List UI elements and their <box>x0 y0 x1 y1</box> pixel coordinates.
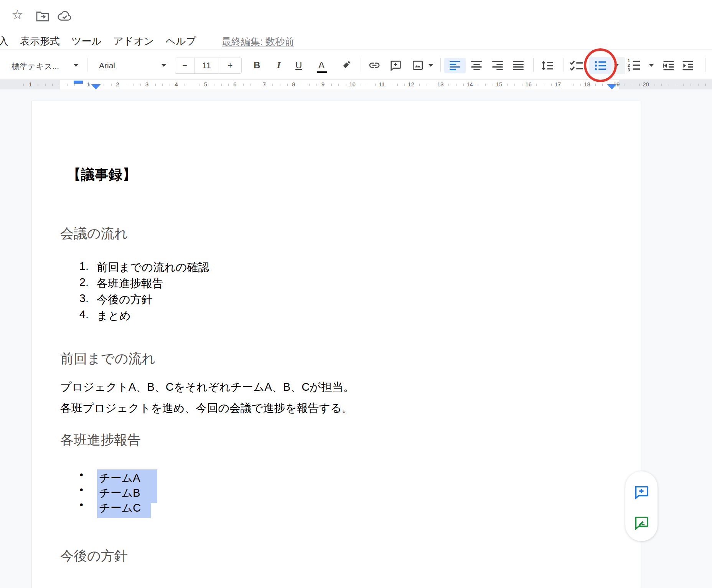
add-comment-floating-button[interactable] <box>633 484 650 500</box>
ruler-margin-number: 1 <box>29 81 32 88</box>
list-item-text: 前回までの流れの確認 <box>97 260 209 275</box>
ruler-number: 15 <box>496 81 503 88</box>
heading-progress-report: 各班進捗報告 <box>60 431 141 449</box>
separator <box>361 58 361 72</box>
last-edit-link[interactable]: 最終編集: 数秒前 <box>222 35 294 48</box>
ruler-number: 8 <box>292 81 295 88</box>
doc-title: 【議事録】 <box>67 165 136 184</box>
selected-text: チームC <box>97 499 151 518</box>
ruler-number: 20 <box>643 81 649 88</box>
ruler-number: 2 <box>116 81 119 88</box>
document-page[interactable]: 【議事録】 会議の流れ 1. 前回までの流れの確認 2. 各班進捗報告 <box>32 101 641 588</box>
separator <box>564 58 564 72</box>
document-canvas: 【議事録】 会議の流れ 1. 前回までの流れの確認 2. 各班進捗報告 <box>0 89 712 588</box>
first-line-indent-marker[interactable] <box>74 81 83 84</box>
ruler-number: 17 <box>555 81 561 88</box>
horizontal-ruler[interactable]: 1 1234567891011121314151617181920 <box>0 79 712 89</box>
image-dropdown-arrow[interactable] <box>429 64 433 67</box>
font-size-input[interactable]: 11 <box>194 58 219 73</box>
increase-indent-button[interactable] <box>681 59 695 72</box>
bold-button[interactable]: B <box>254 60 260 71</box>
text-color-button[interactable]: A <box>318 60 325 71</box>
highlight-color-icon[interactable] <box>339 59 353 72</box>
numbered-list-dropdown-arrow[interactable] <box>649 64 654 67</box>
ruler-number: 14 <box>466 81 473 88</box>
style-dropdown-arrow[interactable] <box>74 64 78 67</box>
ruler-number: 12 <box>408 81 414 88</box>
separator <box>87 58 87 72</box>
heading-future-policy: 今後の方針 <box>60 547 128 565</box>
align-right-button[interactable] <box>492 61 503 70</box>
menu-item[interactable]: 表示形式 <box>20 35 60 48</box>
bullet-glyph: ● <box>79 501 83 509</box>
suggest-edits-floating-button[interactable] <box>633 514 650 531</box>
cloud-saved-icon[interactable] <box>57 10 73 22</box>
ruler-number: 1 <box>87 81 90 88</box>
menu-item[interactable]: 入 <box>0 35 8 48</box>
heading-previous-flow: 前回までの流れ <box>60 350 155 368</box>
decrease-font-size-button[interactable]: − <box>175 58 194 73</box>
heading-meeting-flow: 会議の流れ <box>60 225 128 243</box>
underline-button[interactable]: U <box>295 60 302 71</box>
add-comment-icon[interactable] <box>389 59 402 72</box>
menu-bar: 入表示形式ツールアドオンヘルプ <box>0 35 196 48</box>
list-number: 1. <box>75 260 89 273</box>
font-dropdown-arrow[interactable] <box>162 64 166 67</box>
ruler-number: 5 <box>204 81 207 88</box>
font-family-selector[interactable]: Arial <box>99 61 115 70</box>
list-item-text: 各班進捗報告 <box>97 276 163 291</box>
star-icon[interactable]: ☆ <box>12 7 23 22</box>
separator <box>705 58 705 72</box>
ruler-number: 4 <box>175 81 178 88</box>
menu-item[interactable]: ヘルプ <box>166 35 196 48</box>
left-indent-marker[interactable] <box>91 84 101 89</box>
list-item-text: 今後の方針 <box>97 292 153 307</box>
separator <box>533 58 534 72</box>
font-size-control: − 11 + <box>175 58 242 74</box>
list-item-text: まとめ <box>97 308 131 324</box>
insert-link-icon[interactable] <box>367 59 382 71</box>
text-color-bar <box>317 71 327 73</box>
ruler-number: 6 <box>233 81 236 88</box>
list-number: 4. <box>75 308 89 321</box>
italic-button[interactable]: I <box>277 60 280 70</box>
toolbar: 標準テキス... Arial − 11 + B I U A <box>0 49 712 79</box>
ruler-number: 11 <box>379 81 385 88</box>
ruler-number: 10 <box>349 81 356 88</box>
menu-item[interactable]: アドオン <box>113 35 154 48</box>
checklist-button[interactable] <box>569 59 584 72</box>
insert-image-icon[interactable] <box>411 59 425 72</box>
right-indent-marker[interactable] <box>607 84 617 89</box>
ruler-number: 18 <box>584 81 590 88</box>
justify-button[interactable] <box>513 61 524 70</box>
floating-action-pill <box>625 471 658 541</box>
bullet-glyph: ● <box>79 471 83 479</box>
ruler-number: 13 <box>437 81 444 88</box>
align-left-button[interactable] <box>450 61 460 70</box>
body-text-line: 各班プロジェクトを進め、今回の会議で進捗を報告する。 <box>60 401 353 416</box>
ruler-number: 7 <box>263 81 266 88</box>
list-number: 2. <box>75 276 89 289</box>
paragraph-style-selector[interactable]: 標準テキス... <box>12 61 69 72</box>
ruler-number: 3 <box>145 81 148 88</box>
menu-item[interactable]: ツール <box>71 35 102 48</box>
bulleted-list-button[interactable] <box>593 59 607 72</box>
move-folder-icon[interactable] <box>35 10 50 22</box>
ruler-number: 16 <box>525 81 532 88</box>
ruler-number: 9 <box>321 81 325 88</box>
google-docs-window: ☆ 入表示形式ツールアドオンヘルプ 最終編集: 数秒前 標準テキス... Ari… <box>0 0 712 588</box>
bullet-glyph: ● <box>79 486 83 494</box>
body-text-line: プロジェクトA、B、CをそれぞれチームA、B、Cが担当。 <box>60 380 354 395</box>
increase-font-size-button[interactable]: + <box>219 58 242 73</box>
bulleted-list-dropdown-arrow[interactable] <box>614 64 619 67</box>
decrease-indent-button[interactable] <box>661 59 676 72</box>
align-center-button[interactable] <box>471 61 482 70</box>
line-spacing-icon[interactable] <box>540 59 555 72</box>
list-number: 3. <box>75 292 89 305</box>
separator <box>440 58 441 72</box>
